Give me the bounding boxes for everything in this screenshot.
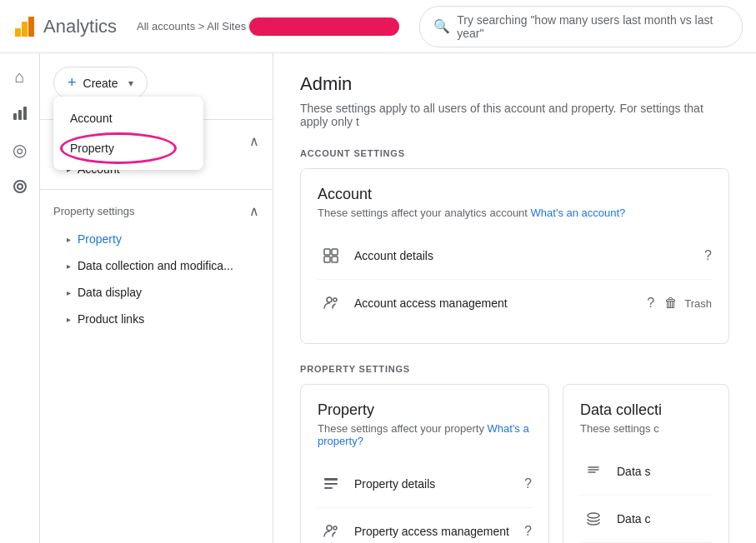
home-icon[interactable]: ⌂ (3, 60, 37, 93)
data-collection-card-subtitle: These settings c (580, 422, 712, 435)
svg-point-10 (18, 184, 23, 189)
property-details-help-icon[interactable]: ? (524, 476, 532, 491)
property-settings-label: Property settings (53, 205, 135, 217)
property-section-label: PROPERTY SETTINGS (300, 364, 729, 374)
create-button-area: + Create Account Property (40, 67, 273, 112)
breadcrumb-text: All accounts > All Sites (137, 20, 246, 32)
svg-rect-4 (22, 22, 28, 37)
property-nav-arrow (67, 235, 71, 244)
property-access-help-icon[interactable]: ? (524, 524, 532, 539)
product-links-nav-arrow (67, 315, 71, 324)
create-button[interactable]: + Create (53, 67, 148, 99)
create-plus-icon: + (68, 74, 77, 92)
svg-rect-18 (324, 483, 338, 485)
account-card-link[interactable]: What's an account? (531, 207, 626, 219)
svg-point-24 (588, 513, 599, 518)
property-details-icon (318, 471, 344, 497)
data-s-icon (580, 458, 607, 485)
nav-item-data-display[interactable]: Data display (40, 279, 273, 306)
svg-point-21 (333, 526, 337, 530)
account-access-icon (318, 290, 344, 316)
page-title: Admin (300, 73, 729, 95)
svg-rect-7 (18, 110, 22, 120)
svg-rect-8 (23, 107, 27, 120)
divider-2 (40, 189, 273, 190)
account-card: Account These settings affect your analy… (300, 168, 729, 344)
create-chevron-icon (128, 77, 133, 89)
svg-rect-11 (324, 249, 330, 255)
dropdown-item-property[interactable]: Property (53, 133, 203, 163)
search-bar[interactable]: 🔍 Try searching "how many users last mon… (419, 6, 743, 47)
svg-point-9 (14, 181, 26, 192)
product-links-nav-label: Product links (78, 312, 144, 326)
account-cards-row: Account These settings affect your analy… (300, 168, 729, 344)
data-collection-card-title: Data collecti (580, 401, 712, 419)
svg-rect-12 (332, 249, 338, 255)
property-dropdown-label: Property (70, 142, 114, 155)
data-collection-subtitle-text: These settings c (580, 422, 659, 435)
trash-label: Trash (684, 297, 712, 310)
property-card-title: Property (318, 401, 532, 419)
left-panel: + Create Account Property Account se (40, 53, 273, 543)
satellite-icon[interactable] (3, 170, 37, 203)
account-section-chevron-icon: ∧ (249, 133, 259, 149)
account-details-icon (318, 242, 344, 269)
account-details-help-icon[interactable]: ? (704, 248, 712, 263)
account-details-row[interactable]: Account details ? (318, 232, 712, 280)
account-card-subtitle: These settings affect your analytics acc… (318, 207, 712, 219)
analytics-logo-icon (13, 15, 37, 38)
property-card-subtitle-text: These settings affect your property (318, 422, 484, 435)
property-access-icon (318, 518, 344, 543)
account-details-label: Account details (354, 249, 694, 262)
account-access-help-icon[interactable]: ? (647, 296, 654, 311)
create-label: Create (83, 77, 118, 90)
svg-rect-6 (13, 113, 17, 120)
property-nav-label: Property (78, 232, 122, 246)
property-card-subtitle: These settings affect your property What… (318, 422, 532, 447)
create-dropdown-menu: Account Property (53, 97, 203, 170)
circle-target-icon[interactable]: ◎ (3, 133, 37, 167)
bar-chart-icon[interactable] (3, 97, 37, 130)
property-settings-header[interactable]: Property settings ∧ (40, 197, 273, 226)
property-section-chevron-icon: ∧ (249, 203, 259, 219)
data-c-icon (580, 506, 607, 532)
nav-item-product-links[interactable]: Product links (40, 306, 273, 332)
search-icon: 🔍 (433, 18, 450, 34)
property-details-row[interactable]: Property details ? (318, 461, 532, 508)
redacted-property-name (249, 17, 399, 36)
data-collection-card: Data collecti These settings c Data s (563, 384, 729, 543)
property-access-row[interactable]: Property access management ? (318, 508, 532, 543)
property-card: Property These settings affect your prop… (300, 384, 549, 543)
property-access-label: Property access management (354, 525, 514, 538)
account-access-label: Account access management (354, 296, 637, 310)
data-c-label: Data c (617, 512, 712, 526)
logo: Analytics (13, 15, 117, 38)
data-display-nav-arrow (67, 288, 71, 297)
data-s-row[interactable]: Data s (580, 448, 712, 496)
trash-icon[interactable]: 🗑 (664, 296, 678, 311)
breadcrumb-area[interactable]: All accounts > All Sites (137, 17, 399, 36)
nav-item-property[interactable]: Property (40, 226, 273, 252)
account-access-row[interactable]: Account access management ? 🗑 Trash (318, 280, 712, 326)
property-cards-row: Property These settings affect your prop… (300, 384, 729, 543)
property-details-label: Property details (354, 477, 514, 491)
data-display-nav-label: Data display (78, 286, 142, 299)
dropdown-item-account[interactable]: Account (53, 103, 203, 133)
account-card-title: Account (318, 186, 712, 203)
search-placeholder: Try searching "how many users last month… (457, 13, 728, 40)
svg-rect-5 (28, 17, 34, 37)
nav-item-data-collection[interactable]: Data collection and modifica... (40, 252, 273, 279)
side-nav-icons: ⌂ ◎ (0, 53, 40, 543)
data-c-row[interactable]: Data c (580, 496, 712, 543)
data-s-label: Data s (617, 465, 712, 478)
app-name: Analytics (43, 16, 117, 37)
page-subtitle: These settings apply to all users of thi… (300, 102, 729, 128)
svg-rect-17 (324, 478, 338, 481)
property-settings-section: Property settings ∧ Property Data collec… (40, 197, 273, 332)
svg-rect-3 (15, 28, 21, 37)
page-subtitle-text: These settings apply to all users of thi… (300, 102, 703, 128)
account-access-trash-area: 🗑 Trash (664, 296, 712, 311)
svg-rect-13 (324, 257, 330, 262)
data-collection-nav-label: Data collection and modifica... (78, 259, 233, 272)
data-collection-nav-arrow (67, 262, 71, 271)
